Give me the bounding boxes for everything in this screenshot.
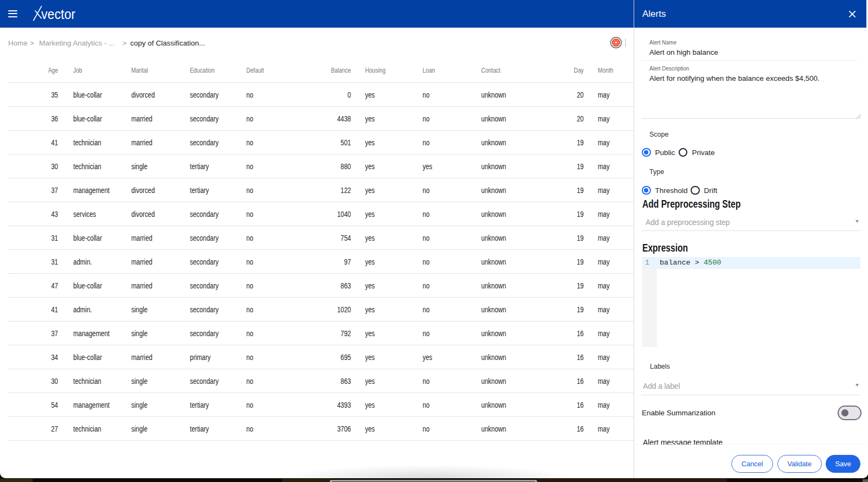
svg-text:vector: vector <box>41 6 75 22</box>
